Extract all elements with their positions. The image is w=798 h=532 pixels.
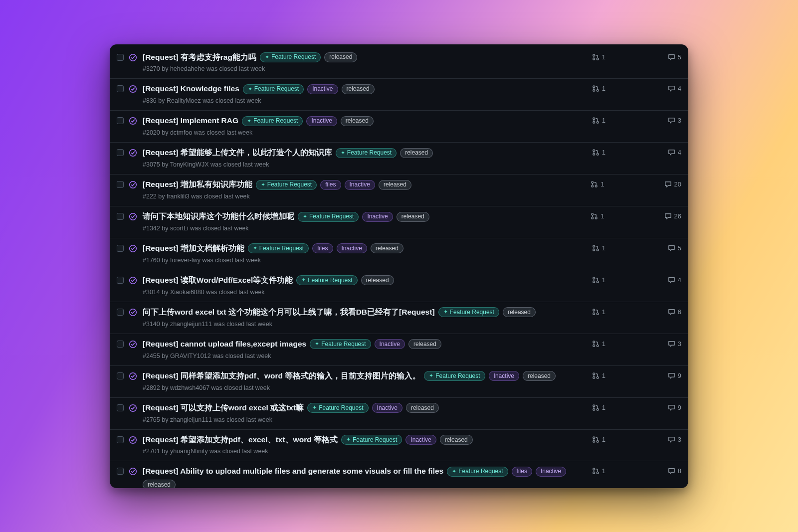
label-released[interactable]: released: [342, 84, 375, 94]
linked-pr-count[interactable]: 1: [590, 244, 605, 252]
linked-pr-count[interactable]: 1: [590, 404, 605, 411]
label-feature[interactable]: ✦Feature Request: [310, 339, 371, 349]
label-inactive[interactable]: Inactive: [372, 403, 402, 413]
select-checkbox[interactable]: [117, 245, 124, 252]
issue-title-link[interactable]: [Request] 有考虑支持rag能力吗: [143, 52, 256, 63]
select-checkbox[interactable]: [117, 85, 124, 92]
label-inactive[interactable]: Inactive: [337, 243, 367, 253]
label-released[interactable]: released: [408, 339, 441, 349]
label-inactive[interactable]: Inactive: [306, 116, 337, 126]
label-released[interactable]: released: [523, 371, 556, 381]
linked-pr-count[interactable]: 1: [590, 85, 605, 92]
label-inactive[interactable]: Inactive: [405, 435, 436, 445]
select-checkbox[interactable]: [117, 309, 124, 316]
comment-count[interactable]: 4: [665, 149, 681, 156]
comment-count[interactable]: 9: [665, 372, 681, 379]
label-feature[interactable]: ✦Feature Request: [296, 275, 357, 285]
linked-pr-count[interactable]: 1: [590, 308, 605, 316]
issue-title-link[interactable]: [Request] 同样希望添加支持pdf、word 等格式的输入，目前支持图片…: [143, 371, 420, 381]
label-feature[interactable]: ✦Feature Request: [242, 116, 303, 126]
label-released[interactable]: released: [361, 275, 394, 285]
label-feature[interactable]: ✦Feature Request: [447, 467, 508, 477]
pr-number: 1: [602, 308, 605, 316]
label-released[interactable]: released: [397, 212, 429, 222]
comment-count[interactable]: 4: [665, 276, 681, 284]
select-checkbox[interactable]: [117, 277, 124, 284]
select-checkbox[interactable]: [117, 54, 124, 61]
select-checkbox[interactable]: [117, 341, 124, 348]
issue-title-link[interactable]: [Request] Knowledge files: [143, 84, 239, 94]
linked-pr-count[interactable]: 1: [590, 436, 605, 443]
label-feature[interactable]: ✦Feature Request: [307, 403, 368, 413]
issue-title-link[interactable]: [Request] 希望能够上传文件，以此打造个人的知识库: [143, 148, 332, 158]
select-checkbox[interactable]: [117, 372, 124, 379]
linked-pr-count[interactable]: 1: [590, 53, 605, 61]
label-released[interactable]: released: [400, 148, 433, 158]
comment-count[interactable]: 9: [665, 404, 681, 411]
label-feature[interactable]: ✦Feature Request: [438, 307, 499, 317]
label-inactive[interactable]: Inactive: [345, 180, 375, 190]
comment-count[interactable]: 3: [665, 117, 681, 124]
label-feature[interactable]: ✦Feature Request: [256, 180, 317, 190]
select-checkbox[interactable]: [117, 468, 124, 475]
issue-meta: #2701 by yhuangNfinity was closed last w…: [143, 448, 577, 455]
select-checkbox[interactable]: [117, 149, 124, 156]
label-inactive[interactable]: Inactive: [375, 339, 405, 349]
label-files[interactable]: files: [312, 243, 333, 253]
issue-title-link[interactable]: 请问下本地知识库这个功能什么时候增加呢: [143, 211, 294, 222]
label-released[interactable]: released: [503, 307, 536, 317]
issue-title-link[interactable]: [Request] 读取Word/Pdf/Excel等文件功能: [143, 275, 293, 286]
select-checkbox[interactable]: [117, 404, 124, 411]
comment-count[interactable]: 3: [665, 436, 681, 443]
linked-pr-count[interactable]: 1: [589, 212, 604, 220]
issue-title-link[interactable]: [Request] Implement RAG: [143, 116, 238, 126]
issue-title-link[interactable]: [Request] 增加文档解析功能: [143, 243, 244, 254]
label-released[interactable]: released: [371, 243, 403, 253]
label-feature[interactable]: ✦Feature Request: [298, 212, 359, 222]
linked-pr-count[interactable]: 1: [590, 117, 605, 124]
label-files[interactable]: files: [320, 180, 341, 190]
comment-count[interactable]: 8: [665, 467, 681, 475]
label-feature[interactable]: ✦Feature Request: [260, 52, 321, 62]
linked-pr-count[interactable]: 1: [590, 467, 605, 475]
issue-title-link[interactable]: 问下上传word excel txt 这个功能这个月可以上线了嘛，我看DB已经有…: [143, 307, 435, 318]
comment-count[interactable]: 6: [665, 308, 681, 316]
label-feature[interactable]: ✦Feature Request: [424, 371, 485, 381]
comment-count[interactable]: 20: [664, 180, 681, 188]
issue-title-link[interactable]: [Request] 增加私有知识库功能: [143, 179, 252, 190]
label-text: released: [329, 53, 352, 60]
label-released[interactable]: released: [440, 435, 473, 445]
issue-title-link[interactable]: [Request] 可以支持上传word excel 或这txt嘛: [143, 403, 304, 413]
linked-pr-count[interactable]: 1: [590, 276, 605, 284]
label-inactive[interactable]: Inactive: [536, 467, 566, 477]
linked-pr-count[interactable]: 1: [590, 149, 605, 156]
comment-count[interactable]: 5: [665, 244, 681, 252]
label-released[interactable]: released: [143, 480, 176, 488]
label-feature[interactable]: ✦Feature Request: [248, 243, 309, 253]
issue-title-link[interactable]: [Request] 希望添加支持pdf、excel、txt、word 等格式: [143, 435, 338, 445]
linked-pr-count[interactable]: 1: [590, 372, 605, 379]
issue-title-link[interactable]: [Request] cannot upload files,except ima…: [143, 339, 306, 350]
issue-title-link[interactable]: [Request] Ability to upload multiple fil…: [143, 466, 443, 477]
label-feature[interactable]: ✦Feature Request: [243, 84, 304, 94]
comment-count[interactable]: 4: [665, 85, 681, 92]
select-checkbox[interactable]: [117, 181, 124, 188]
label-released[interactable]: released: [379, 180, 411, 190]
label-inactive[interactable]: Inactive: [362, 212, 393, 222]
select-checkbox[interactable]: [117, 213, 124, 220]
label-released[interactable]: released: [341, 116, 374, 126]
label-feature[interactable]: ✦Feature Request: [341, 435, 402, 445]
comment-count[interactable]: 26: [664, 212, 681, 220]
comment-count[interactable]: 3: [665, 340, 681, 348]
linked-pr-count[interactable]: 1: [589, 180, 604, 188]
label-released[interactable]: released: [324, 52, 357, 62]
linked-pr-count[interactable]: 1: [590, 340, 605, 348]
select-checkbox[interactable]: [117, 117, 124, 124]
label-released[interactable]: released: [406, 403, 439, 413]
comment-count[interactable]: 5: [665, 53, 681, 61]
label-feature[interactable]: ✦Feature Request: [336, 148, 397, 158]
label-files[interactable]: files: [512, 467, 532, 477]
label-inactive[interactable]: Inactive: [489, 371, 519, 381]
select-checkbox[interactable]: [117, 436, 124, 443]
label-inactive[interactable]: Inactive: [307, 84, 338, 94]
